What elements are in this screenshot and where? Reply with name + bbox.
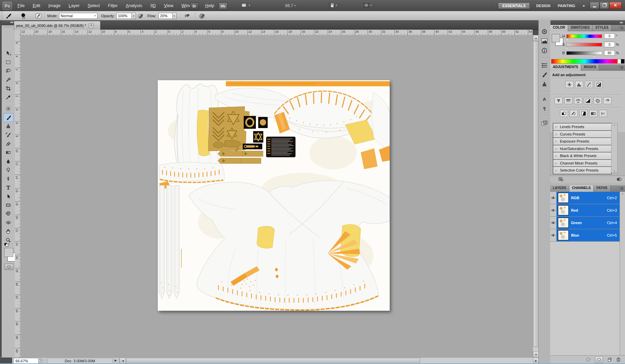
black-white-icon[interactable] — [584, 97, 592, 104]
restore-button[interactable] — [599, 2, 609, 9]
workspace-design[interactable]: DESIGN — [536, 4, 550, 8]
menu-item[interactable]: Select — [84, 0, 104, 11]
scroll-left-arrow[interactable]: ◀ — [120, 358, 126, 364]
blur-tool[interactable] — [3, 157, 13, 165]
menu-item[interactable]: Filter — [104, 0, 122, 11]
hue-value-field[interactable]: 0 — [604, 33, 615, 39]
gradient-tool[interactable] — [3, 148, 13, 156]
expand-triangle-icon[interactable]: ▷ — [555, 132, 558, 136]
scroll-up-arrow[interactable]: ▲ — [620, 192, 625, 195]
visibility-eye-icon[interactable] — [550, 192, 557, 204]
expand-triangle-icon[interactable]: ▷ — [555, 147, 558, 150]
horizontal-scroll-thumb[interactable] — [126, 358, 420, 364]
workspace-overflow-chevron[interactable]: » — [583, 3, 584, 8]
expand-triangle-icon[interactable]: ▷ — [555, 169, 558, 172]
expand-triangle-icon[interactable]: ▷ — [555, 161, 558, 165]
channel-thumbnail[interactable] — [558, 205, 569, 215]
vertical-scroll-thumb[interactable] — [533, 41, 539, 347]
color-balance-icon[interactable] — [574, 97, 582, 104]
move-tool[interactable] — [3, 49, 13, 57]
workspace-essentials[interactable]: ESSENTIALS — [498, 2, 530, 9]
saturation-value-field[interactable]: 0 — [604, 42, 615, 47]
presets-scrollbar[interactable]: ▲ ▼ — [611, 123, 618, 173]
toggle-layer-visibility-icon[interactable] — [616, 177, 622, 182]
posterize-icon[interactable] — [570, 110, 578, 117]
preset-row[interactable]: ▷ Exposure Presets — [553, 138, 611, 145]
foreground-color-swatch[interactable] — [4, 248, 13, 257]
dodge-tool[interactable] — [3, 166, 13, 174]
channel-row[interactable]: Red Ctrl+3 — [550, 204, 620, 217]
menu-item[interactable]: File — [13, 0, 29, 11]
delete-channel-icon[interactable] — [616, 357, 621, 362]
tab-swatches[interactable]: SWATCHES — [568, 25, 593, 31]
expand-triangle-icon[interactable]: ▷ — [555, 154, 558, 157]
panel-menu-icon[interactable] — [619, 66, 624, 69]
menu-item[interactable]: Image — [44, 0, 64, 11]
status-zoom-field[interactable]: 66.67% — [13, 358, 39, 364]
gradient-map-icon[interactable] — [589, 110, 597, 117]
brightness-slider[interactable] — [566, 51, 602, 55]
ruler-corner[interactable] — [15, 30, 21, 35]
minimize-button[interactable] — [590, 2, 599, 9]
menu-item[interactable]: Edit — [29, 0, 44, 11]
tab-close-icon[interactable]: × — [89, 23, 94, 28]
3d-rotate-tool[interactable] — [3, 210, 13, 218]
brightness-value-field[interactable]: 80 — [604, 50, 615, 56]
vertical-ruler[interactable]: 6420246810121416182022242628303234363840… — [15, 35, 21, 357]
eraser-tool[interactable] — [3, 140, 13, 148]
close-button[interactable]: ✕ — [609, 2, 622, 9]
tablet-pressure-opacity-icon[interactable] — [138, 11, 144, 20]
menu-item[interactable]: Help — [201, 0, 218, 11]
launch-mini-bridge-button[interactable]: Mb — [218, 2, 228, 10]
toggle-brush-panel-button[interactable] — [35, 11, 42, 20]
path-selection-tool[interactable] — [3, 192, 13, 200]
channel-row[interactable]: Blue Ctrl+5 — [550, 229, 620, 242]
hue-slider-marker[interactable] — [566, 38, 568, 40]
horizontal-scrollbar[interactable]: ◀ ▶ — [119, 358, 539, 364]
menu-item[interactable]: 3D — [146, 0, 160, 11]
crop-tool[interactable] — [3, 84, 13, 92]
default-colors-icon[interactable] — [4, 243, 10, 248]
save-selection-as-channel-icon[interactable] — [595, 356, 603, 363]
preset-row[interactable]: ▷ Levels Presets — [553, 123, 611, 131]
tab-paths[interactable]: PATHS — [594, 185, 610, 192]
pen-tool[interactable] — [3, 175, 13, 183]
scroll-down-arrow[interactable]: ▼ — [612, 170, 617, 172]
rectangular-marquee-tool[interactable] — [3, 58, 13, 66]
channels-scrollbar[interactable]: ▲ ▼ — [620, 192, 625, 358]
menu-item[interactable]: Layer — [65, 0, 84, 11]
document-tab[interactable]: pew_00_ub_0090.dds @ 66.7% (RGB/8) * × — [14, 21, 100, 30]
channel-mixer-icon[interactable] — [603, 97, 612, 104]
view-extras-icon[interactable]: ▾ — [241, 3, 250, 8]
hand-tool[interactable] — [3, 227, 13, 235]
channel-thumbnail[interactable] — [558, 230, 569, 240]
vibrance-icon[interactable] — [555, 97, 563, 104]
flow-field[interactable]: 20% ▸ — [158, 11, 177, 20]
channel-row[interactable]: RGB Ctrl+2 — [550, 192, 620, 204]
levels-icon[interactable] — [575, 81, 583, 88]
expand-triangle-icon[interactable]: ▷ — [555, 140, 558, 143]
menu-item[interactable]: Analysis — [122, 0, 146, 11]
channel-thumbnail[interactable] — [558, 218, 569, 228]
quick-selection-tool[interactable] — [3, 75, 13, 84]
ramp-black-swatch[interactable] — [621, 59, 625, 64]
workspace-painting[interactable]: PAINTING — [558, 4, 575, 8]
menu-item[interactable]: View — [160, 0, 177, 11]
new-channel-icon[interactable] — [607, 357, 612, 362]
hue-slider[interactable] — [566, 34, 602, 38]
preset-row[interactable]: ▷ Selective Color Presets — [553, 167, 611, 174]
scroll-up-arrow[interactable]: ▲ — [612, 124, 617, 126]
brightness-contrast-icon[interactable] — [565, 81, 573, 88]
tab-adjustments[interactable]: ADJUSTMENTS — [550, 64, 581, 71]
info-icon[interactable] — [540, 47, 548, 55]
tab-masks[interactable]: MASKS — [581, 64, 599, 71]
document-viewport[interactable] — [20, 35, 533, 357]
navigator-icon[interactable] — [540, 28, 548, 36]
preset-row[interactable]: ▷ Channel Mixer Presets — [553, 160, 611, 167]
curves-icon[interactable] — [585, 81, 593, 88]
clone-stamp-tool[interactable] — [3, 122, 13, 130]
airbrush-toggle-icon[interactable] — [184, 11, 190, 20]
preset-row[interactable]: ▷ Curves Presets — [553, 131, 611, 138]
history-brush-tool[interactable] — [3, 131, 13, 139]
arrange-documents-icon[interactable]: ▾ — [329, 3, 337, 8]
